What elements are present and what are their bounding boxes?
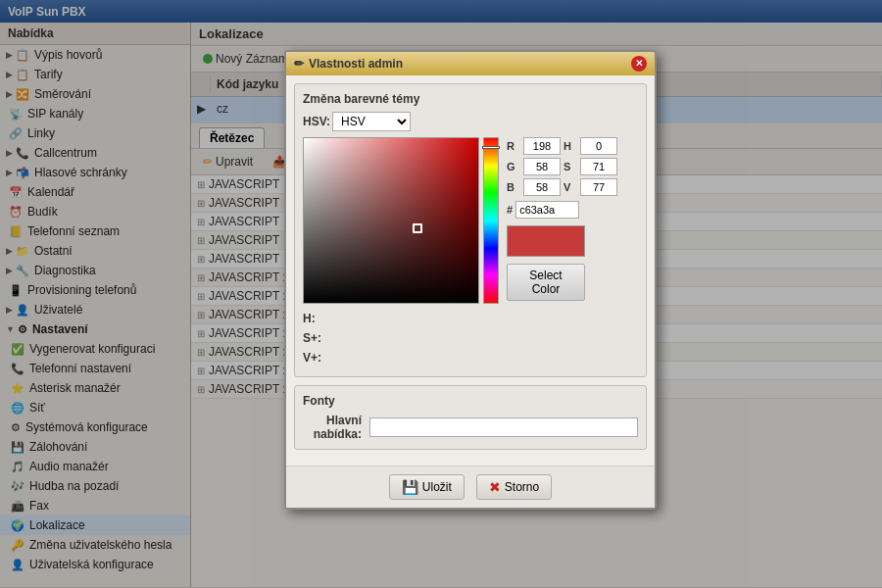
color-gradient-box[interactable] [303,137,479,304]
color-preview [507,225,585,257]
g-s-row: G S [507,158,617,175]
modal-overlay: ✏ Vlastnosti admin ✕ Změna barevné témy … [0,0,882,588]
hlavni-input[interactable] [369,417,638,437]
hlavni-label: Hlavnínabídka: [303,414,362,441]
hash-row: # [507,201,617,219]
hash-label: # [507,204,513,216]
hue-slider[interactable] [483,137,499,304]
color-theme-section: Změna barevné témy HSV: HSV [294,83,647,377]
hue-marker [482,146,500,149]
h2-input[interactable] [580,137,617,155]
color-crosshair[interactable] [413,223,422,233]
v2-input[interactable] [580,178,617,196]
color-picker-row: H: S+: V+: [303,137,638,368]
cancel-icon: ✖ [489,479,501,495]
h-row: H: [303,312,499,325]
g-label: G [507,161,520,172]
b-label: B [507,181,520,193]
hue-gradient [484,138,498,303]
hsv-row: HSV: HSV [303,112,638,131]
s2-input[interactable] [580,158,617,175]
s-row: S+: [303,331,499,345]
v-label: V+: [303,351,332,365]
v2-label: V [564,181,577,193]
pencil-icon: ✏ [294,57,304,71]
fonts-section: Fonty Hlavnínabídka: [294,385,647,450]
color-theme-label: Změna barevné témy [303,92,638,106]
h2-label: H [564,140,577,152]
modal-body: Změna barevné témy HSV: HSV [286,75,655,466]
hsv-label: HSV: [303,115,332,128]
modal-title: ✏ Vlastnosti admin [294,57,403,71]
modal-footer: 💾 Uložit ✖ Storno [286,466,655,508]
hsv-select[interactable]: HSV [332,112,411,131]
h-label: H: [303,312,332,325]
floppy-icon: 💾 [402,479,418,495]
cancel-label: Storno [505,480,539,494]
g-input[interactable] [523,158,561,175]
r-label: R [507,140,520,152]
gradient-dark [304,138,478,303]
cancel-button[interactable]: ✖ Storno [476,474,552,500]
s2-label: S [564,161,577,172]
modal-titlebar: ✏ Vlastnosti admin ✕ [286,52,655,75]
modal-close-button[interactable]: ✕ [631,56,647,72]
b-input[interactable] [523,178,561,196]
fonts-label: Fonty [303,394,638,408]
hash-input[interactable] [515,201,579,219]
v-row: V+: [303,351,499,365]
hlavni-row: Hlavnínabídka: [303,414,638,441]
b-v-row: B V [507,178,617,196]
r-input[interactable] [523,137,561,155]
modal-dialog: ✏ Vlastnosti admin ✕ Změna barevné témy … [284,50,657,510]
save-label: Uložit [422,480,452,494]
color-values-panel: R H G S [507,137,617,368]
r-h-row: R H [507,137,617,155]
s-label: S+: [303,331,332,345]
save-button[interactable]: 💾 Uložit [389,474,465,500]
select-color-button[interactable]: Select Color [507,264,585,301]
